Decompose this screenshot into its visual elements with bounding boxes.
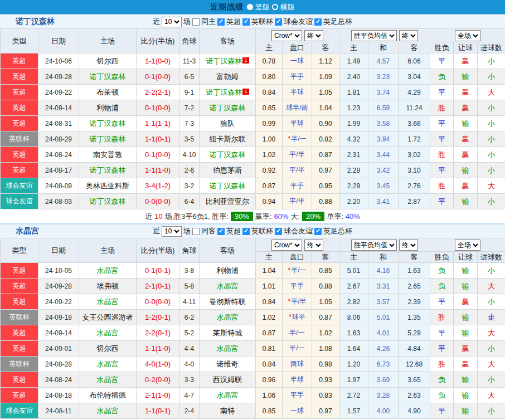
horizontal-radio[interactable] — [272, 4, 278, 10]
result-handicap: 输 — [454, 116, 478, 131]
avg-away: 3.66 — [399, 116, 430, 131]
result-goals: 小 — [478, 53, 505, 69]
col-odds-away: 客 — [312, 42, 339, 53]
result-handicap: 赢 — [454, 178, 478, 194]
away-team: 伯恩茅斯 — [200, 163, 256, 178]
match-league: 英超 — [1, 85, 38, 100]
team-band: 诺丁汉森林 近 10 场 同主 英超 英联杯 球会友谊 英足总杯 — [0, 14, 505, 28]
result-goals: 走 — [478, 310, 505, 325]
handicap-win-pct: 60% — [274, 212, 288, 221]
match-date: 24-08-28 — [38, 356, 79, 372]
col-corners: 角球 — [179, 238, 200, 263]
home-team: 诺丁汉森林 — [79, 69, 137, 85]
avg-draw: 4.01 — [368, 325, 399, 341]
result-goals: 小 — [478, 100, 505, 116]
away-team: 诺维奇 — [200, 356, 256, 372]
horizontal-radio-label: 横版 — [280, 2, 295, 12]
odds-time-select[interactable]: 终 — [304, 240, 323, 251]
match-league: 英联杯 — [1, 310, 38, 325]
match-score: 0-1(0-0) — [137, 69, 179, 85]
vertical-radio[interactable] — [247, 4, 253, 10]
result-handicap: 赢 — [454, 53, 478, 69]
bookmaker-select[interactable]: Crow* — [271, 30, 302, 41]
col-date: 日期 — [38, 238, 79, 263]
avg-away: 1.72 — [399, 131, 430, 147]
odds-away: 0.85 — [312, 263, 339, 279]
avg-home: 2.31 — [339, 147, 368, 163]
corner-score: 6-2 — [179, 310, 200, 325]
recent-count-select[interactable]: 10 — [162, 17, 182, 27]
games-label: 场 — [183, 17, 191, 27]
odds-home: 1.01 — [256, 279, 283, 294]
league-filter-checkbox-eflcup[interactable] — [242, 18, 250, 26]
col-wl: 胜负 — [430, 252, 454, 263]
same-venue-checkbox[interactable] — [192, 228, 200, 235]
match-score: 0-0(0-0) — [137, 294, 179, 310]
near-label: 近 — [153, 17, 160, 27]
match-score: 2-1(1-0) — [137, 388, 179, 403]
star-mark: * — [289, 313, 292, 321]
avg-home: 2.82 — [339, 294, 368, 310]
corner-score: 3-5 — [179, 131, 200, 147]
match-row: 英超24-10-05水晶宫0-1(0-1)3-8利物浦1.04*半/一0.855… — [1, 263, 505, 279]
avg-draw: 3.44 — [368, 147, 399, 163]
result-goals: 小 — [478, 341, 505, 356]
league-filter-checkbox-eflcup[interactable] — [242, 228, 250, 235]
away-team: 比利亚雷亚尔 — [200, 194, 256, 209]
home-team: 诺丁汉森林 — [79, 194, 137, 209]
odds-time-select[interactable]: 终 — [304, 30, 323, 41]
league-filter-checkbox-facup[interactable] — [314, 18, 322, 26]
avg-time-select[interactable]: 终 — [399, 240, 418, 251]
odds-home: 1.04 — [256, 263, 283, 279]
scope-select[interactable]: 全场 — [455, 240, 480, 251]
summary-count: 10 — [154, 212, 162, 221]
league-filter-checkbox-epl[interactable] — [217, 228, 225, 235]
avg-away: 2.39 — [399, 294, 430, 310]
avg-draw: 3.94 — [368, 131, 399, 147]
odds-away: 0.95 — [312, 178, 339, 194]
avg-home: 1.49 — [339, 53, 368, 69]
odds-handicap: 半/一 — [283, 341, 312, 356]
away-team: 狼队 — [200, 116, 256, 131]
home-team: 切尔西 — [79, 341, 137, 356]
match-league: 英超 — [1, 341, 38, 356]
avg-group-header: 胜平负均值终 — [339, 238, 430, 252]
match-score: 0-0(0-0) — [137, 194, 179, 209]
odds-home: 0.84 — [256, 85, 283, 100]
odds-group-header: Crow*终 — [256, 29, 339, 42]
col-goals: 进球数 — [478, 42, 505, 53]
corner-score: 5-2 — [179, 325, 200, 341]
odds-home: 0.99 — [256, 116, 283, 131]
league-filter-label: 球会友谊 — [284, 226, 313, 236]
avg-away: 2.65 — [399, 279, 430, 294]
league-filter-label: 英足总杯 — [323, 226, 352, 236]
avg-type-select[interactable]: 胜平负均值 — [351, 30, 397, 41]
scope-select[interactable]: 全场 — [455, 30, 480, 41]
summary-text: 大: — [290, 212, 300, 222]
recent-count-select[interactable]: 10 — [162, 226, 182, 237]
avg-time-select[interactable]: 终 — [399, 30, 418, 41]
avg-home: 2.72 — [339, 388, 368, 403]
match-row: 英超24-09-28诺丁汉森林0-1(0-0)6-5富勒姆0.80平手1.092… — [1, 69, 505, 85]
avg-home: 1.81 — [339, 85, 368, 100]
odds-away: 0.87 — [312, 147, 339, 163]
avg-draw: 3.58 — [368, 116, 399, 131]
league-filter-checkbox-epl[interactable] — [217, 18, 225, 26]
match-score: 1-1(0-0) — [137, 53, 179, 69]
same-venue-checkbox[interactable] — [192, 18, 200, 26]
same-venue-label: 同主 — [201, 17, 216, 27]
result-goals: 小 — [478, 69, 505, 85]
avg-draw: 3.57 — [368, 294, 399, 310]
bookmaker-select[interactable]: Crow* — [271, 240, 302, 251]
avg-type-select[interactable]: 胜平负均值 — [351, 240, 397, 251]
league-filter-checkbox-friendly[interactable] — [275, 18, 282, 26]
avg-away: 12.68 — [399, 356, 430, 372]
league-filter-checkbox-friendly[interactable] — [275, 228, 282, 235]
summary-text: 单率: — [327, 212, 343, 222]
league-filter-checkbox-facup[interactable] — [314, 228, 322, 235]
match-score: 1-2(0-1) — [137, 310, 179, 325]
avg-away: 3.04 — [399, 69, 430, 85]
same-venue-label: 同客 — [201, 226, 216, 236]
match-row: 英超24-09-28埃弗顿2-1(0-1)5-8水晶宫1.01平手0.882.6… — [1, 279, 505, 294]
result-handicap: 赢 — [454, 294, 478, 310]
